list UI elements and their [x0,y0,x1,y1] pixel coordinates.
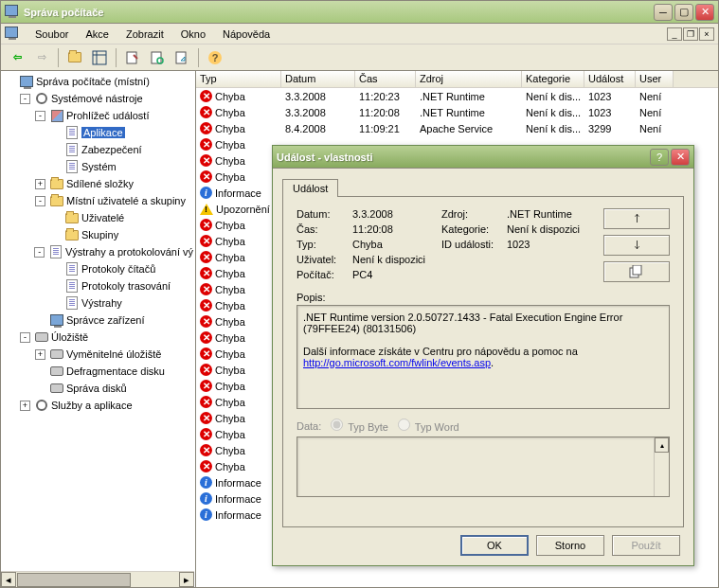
tree-node[interactable]: +Vyměnitelné úložiště [3,346,193,363]
perf-icon [64,278,80,294]
col-header-typ[interactable]: Typ [196,71,281,87]
folder-icon [49,193,64,208]
tree-toggle[interactable]: + [35,349,45,360]
tree-node[interactable]: Defragmentace disku [3,363,193,380]
menu-okno[interactable]: Okno [173,27,213,42]
tree-panel[interactable]: Správa počítače (místní)-Systémové nástr… [1,71,196,587]
folder-icon [64,210,80,225]
comp-icon [19,74,34,89]
tree-node[interactable]: +Služby a aplikace [3,397,193,414]
list-row[interactable]: ✕Chyba3.3.200811:20:08.NET RuntimeNení k… [196,104,718,120]
tree-node[interactable]: +Sdílené složky [3,175,193,192]
tree-node[interactable]: Skupiny [3,226,193,243]
description-box[interactable]: .NET Runtime version 2.0.50727.1433 - Fa… [297,305,670,409]
tree-node[interactable]: Správa počítače (místní) [3,73,193,90]
maximize-button[interactable]: ▢ [674,4,693,21]
tree-node[interactable]: Správce zařízení [3,312,193,329]
tree-label: Prohlížeč událostí [66,110,149,121]
tree-node[interactable]: -Úložiště [3,329,193,346]
tab-udalost[interactable]: Událost [282,179,338,197]
tree-node[interactable]: -Místní uživatelé a skupiny [3,192,193,209]
label-zdroj: Zdroj: [441,208,503,220]
export-button[interactable] [171,47,192,68]
mdi-restore[interactable]: ❐ [683,27,698,41]
col-header-datum[interactable]: Datum [281,71,355,87]
menu-soubor[interactable]: Soubor [27,27,76,42]
forward-button[interactable]: ⇨ [31,47,52,68]
tree-node[interactable]: -Výstrahy a protokolování vý [3,243,193,260]
tree-node[interactable]: Protokoly trasování [3,277,193,294]
tree-node[interactable]: Výstrahy [3,294,193,312]
col-header-cas[interactable]: Čas [355,71,416,87]
error-icon: ✕ [200,138,212,151]
tree-node[interactable]: Správa disků [3,380,193,397]
dialog-titlebar[interactable]: Událost - vlastnosti ? ✕ [273,146,693,169]
tree-toggle[interactable]: - [35,196,45,206]
tree-node[interactable]: -Systémové nástroje [3,90,193,107]
list-row[interactable]: ✕Chyba8.4.200811:09:21Apache ServiceNení… [196,120,718,136]
minimize-button[interactable]: ─ [654,4,673,21]
tree-label: Skupiny [81,229,118,241]
ok-button[interactable]: OK [460,535,529,556]
tree-node[interactable]: Protokoly čítačů [3,260,193,277]
tree-label: Výstrahy a protokolování vý [65,246,193,258]
value-pocitac: PC4 [352,269,594,280]
list-header: Typ Datum Čas Zdroj Kategorie Událost Us… [196,71,718,88]
list-row[interactable]: ✕Chyba3.3.200811:20:23.NET RuntimeNení k… [196,88,718,104]
tree-node[interactable]: Zabezpečení [3,141,193,158]
view-button[interactable] [89,47,110,68]
main-titlebar[interactable]: Správa počítače ─ ▢ ✕ [1,1,718,24]
data-scrollbar[interactable]: ▴ [654,437,669,496]
prev-event-button[interactable]: 🡑 [603,208,670,229]
menu-napoveda[interactable]: Nápověda [215,27,278,42]
back-button[interactable]: ⇦ [7,47,27,68]
error-icon: ✕ [200,251,212,263]
close-button[interactable]: ✕ [695,4,714,21]
tree-toggle[interactable]: - [20,332,30,343]
up-button[interactable] [64,47,85,68]
data-box[interactable]: ▴ [297,437,670,497]
value-idud: 1023 [507,239,594,250]
col-header-zdroj[interactable]: Zdroj [416,71,522,87]
value-uzivatel: Není k dispozici [352,254,594,265]
col-header-kategorie[interactable]: Kategorie [522,71,584,87]
book-icon [49,108,64,123]
tree-toggle[interactable]: + [35,179,45,189]
tree-toggle[interactable]: - [35,111,45,121]
menu-zobrazit[interactable]: Zobrazit [118,27,171,42]
tree-toggle[interactable]: + [20,401,30,411]
dialog-close-button[interactable]: ✕ [671,149,690,166]
mdi-minimize[interactable]: _ [667,27,682,41]
tree-node[interactable]: Uživatelé [3,209,193,226]
menu-akce[interactable]: Akce [78,27,116,42]
col-header-udalost[interactable]: Událost [584,71,636,87]
col-header-user[interactable]: User [636,71,674,87]
error-icon: ✕ [200,219,212,231]
tree-node[interactable]: Systém [3,158,193,175]
copy-button[interactable] [603,261,670,282]
tree-label: Výstrahy [81,297,122,309]
scroll-up-icon[interactable]: ▴ [655,437,669,453]
tree-node[interactable]: Aplikace [3,124,193,141]
help-button[interactable]: ? [205,47,225,68]
pouzit-button[interactable]: Použít [612,535,680,556]
tree-node[interactable]: -Prohlížeč událostí [3,107,193,124]
error-icon: ✕ [200,460,212,472]
next-event-button[interactable]: 🡓 [603,235,670,256]
tree-toggle[interactable]: - [20,94,30,104]
desc-link[interactable]: http://go.microsoft.com/fwlink/events.as… [303,357,491,368]
value-typ: Chyba [352,239,438,250]
radio-typword[interactable]: Typ Word [398,419,459,433]
tree-toggle[interactable]: - [34,247,45,258]
mdi-close[interactable]: × [699,27,714,41]
refresh-button[interactable] [147,47,168,68]
error-icon: ✕ [200,267,212,279]
event-properties-dialog: Událost - vlastnosti ? ✕ Událost Datum: … [272,145,694,566]
storno-button[interactable]: Storno [536,535,604,556]
properties-button[interactable] [122,47,143,68]
dialog-help-button[interactable]: ? [650,149,669,166]
window-title: Správa počítače [24,7,654,18]
error-icon: ✕ [200,106,212,118]
tree-label: Úložiště [51,331,88,343]
radio-typbyte[interactable]: Typ Byte [331,419,388,433]
